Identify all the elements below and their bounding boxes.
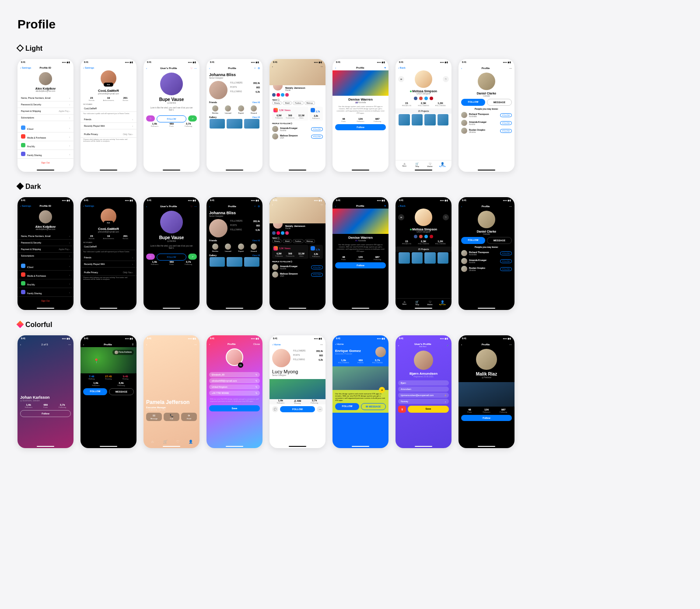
like-button[interactable]: ♡ [146, 115, 155, 122]
input-field[interactable]: +44 7700 900466✎ [209, 390, 260, 396]
heart-icon[interactable]: ♥ [384, 205, 386, 207]
back-button[interactable]: ‹ Back [398, 205, 406, 207]
more-icon[interactable]: ⋯ [320, 343, 323, 346]
check-icon[interactable]: ✓ [447, 344, 449, 347]
settings-row[interactable]: iCloud› [18, 124, 74, 132]
settings-row[interactable]: Name, Phone Numbers, Email› [18, 233, 74, 240]
settings-row[interactable]: iCloud› [18, 262, 74, 271]
share-icon[interactable]: ⇪ [132, 343, 134, 346]
nickname-row[interactable]: CooLGaMeR [80, 105, 136, 112]
settings-row[interactable]: Password & Security› [18, 240, 74, 246]
heart-icon[interactable]: ♡ [443, 76, 449, 82]
camera-icon[interactable]: 📷 [238, 362, 243, 368]
tab-shop[interactable]: 🛒Shop [411, 162, 424, 167]
settings-row[interactable]: Payment & ShippingApple Pay › [18, 108, 74, 115]
save-button[interactable]: Save [209, 405, 260, 411]
tab-home[interactable]: ⌂Home [398, 162, 411, 167]
follow-button[interactable]: FOLLOW [500, 129, 512, 133]
settings-row[interactable]: Media & Purchases› [18, 132, 74, 141]
back-button[interactable]: ‹ [272, 203, 273, 206]
input-field[interactable]: United Kingdom✎ [209, 384, 260, 390]
follow-button[interactable]: Follow [20, 410, 71, 417]
share-button[interactable]: ↗ [188, 254, 197, 260]
search-icon[interactable]: ⌕ [254, 205, 256, 208]
input-field[interactable]: Amundsen [398, 386, 449, 392]
privacy-row[interactable]: Profile PrivacyOnly You › [80, 131, 136, 138]
back-button[interactable]: ‹ [461, 205, 462, 208]
star-icon[interactable]: ★ [379, 387, 385, 393]
tag[interactable]: Beauty [272, 101, 282, 105]
follow-button[interactable]: FOLLOW [311, 135, 323, 139]
follow-button[interactable]: FOLLOW [311, 273, 323, 277]
tab-my-profile[interactable]: 👤My Profile [436, 300, 449, 306]
more-icon[interactable]: ⋯ [194, 343, 197, 346]
message-icon[interactable]: ✉ [398, 76, 404, 82]
follow-button[interactable]: FOLLOW [500, 113, 512, 117]
follow-button[interactable]: FOLLOW [461, 237, 485, 244]
settings-row[interactable]: Name, Phone Numbers, Email› [18, 95, 74, 101]
settings-row[interactable]: Payment & ShippingApple Pay › [18, 246, 74, 253]
input-field[interactable]: Norway⌄ [398, 399, 449, 404]
back-button[interactable]: ‹ [335, 205, 336, 207]
message-icon[interactable]: ✉ [398, 214, 404, 220]
signout-button[interactable]: Sign Out [18, 159, 74, 167]
back-button[interactable]: ‹ Settings [83, 205, 94, 207]
follow-button[interactable]: FOLLOW [500, 251, 512, 255]
follow-button[interactable]: FOLLOW [83, 388, 107, 395]
view-all-link[interactable]: View All [252, 101, 260, 104]
signout-button[interactable]: Sign Out [18, 297, 74, 305]
follow-button[interactable]: Follow [461, 415, 512, 421]
heart-icon[interactable]: ♥ [384, 66, 386, 69]
back-button[interactable]: ‹ [209, 67, 210, 70]
back-button[interactable]: ‹ Settings [20, 205, 31, 207]
search-icon[interactable]: ⌕ [254, 66, 256, 70]
message-button[interactable]: ✉ MESSAGE [361, 403, 386, 410]
home-button[interactable]: ‹ Home [272, 343, 281, 346]
follow-button[interactable]: FOLLOW [461, 99, 485, 106]
heart-icon[interactable]: ♡ [443, 214, 449, 220]
more-icon[interactable]: ⋯ [194, 66, 197, 70]
back-button[interactable]: ‹ [461, 67, 462, 70]
list-row[interactable]: Friends› [80, 254, 136, 261]
follow-button[interactable]: Follow [335, 124, 386, 130]
more-icon[interactable]: ⋯ [317, 406, 323, 412]
gear-icon[interactable]: ⚙ [258, 205, 260, 208]
back-button[interactable]: ‹ [20, 343, 21, 346]
settings-row[interactable]: Find My› [18, 279, 74, 288]
back-button[interactable]: ‹ [146, 343, 147, 346]
tab-shop[interactable]: 🛒Shop [411, 300, 424, 306]
more-icon[interactable]: ⋯ [321, 203, 323, 206]
settings-row[interactable]: Subscriptions› [18, 253, 74, 259]
nickname-row[interactable]: CooLGaMeR [80, 244, 136, 250]
back-button[interactable]: ‹ [209, 343, 210, 345]
settings-row[interactable]: Subscriptions› [18, 115, 74, 121]
more-icon[interactable]: ⋯ [194, 205, 197, 208]
back-button[interactable]: ‹ Settings [83, 66, 94, 69]
like-button[interactable]: ♡ [146, 254, 155, 260]
tag[interactable]: Fashion [293, 239, 303, 243]
tag[interactable]: Fashion [293, 101, 303, 105]
follow-button[interactable]: FOLLOW [311, 127, 323, 131]
more-icon[interactable]: ⋯ [509, 205, 512, 208]
follow-button[interactable]: FOLLOW [157, 254, 186, 261]
settings-row[interactable]: Family Sharing› [18, 150, 74, 159]
more-icon[interactable]: ⋯ [321, 65, 323, 68]
settings-row[interactable]: Family Sharing› [18, 288, 74, 297]
follow-button[interactable]: FOLLOW [280, 406, 315, 412]
privacy-row[interactable]: Profile PrivacyOnly You › [80, 269, 136, 276]
message-button[interactable]: MESSAGE [487, 237, 512, 244]
follow-button[interactable]: Follow [335, 262, 386, 268]
settings-row[interactable]: Find My› [18, 141, 74, 150]
message-button[interactable]: ✉Message [146, 413, 162, 421]
settings-row[interactable]: Media & Purchases› [18, 271, 74, 279]
input-field[interactable]: bjornamundsen@europamail.com⚠ [398, 393, 449, 398]
follow-button[interactable]: FOLLOW [500, 267, 512, 271]
back-button[interactable]: ‹ [146, 67, 147, 70]
heart-icon[interactable]: ♡ [190, 66, 192, 70]
more-icon[interactable]: ⋯ [509, 66, 512, 70]
follow-button[interactable]: FOLLOW [500, 121, 512, 125]
more-icon[interactable]: ⋯ [68, 343, 71, 346]
more-icon[interactable]: ⋯ [509, 343, 512, 346]
email-button[interactable]: ✈Email [181, 413, 197, 421]
tag[interactable]: Makeup [304, 101, 315, 105]
